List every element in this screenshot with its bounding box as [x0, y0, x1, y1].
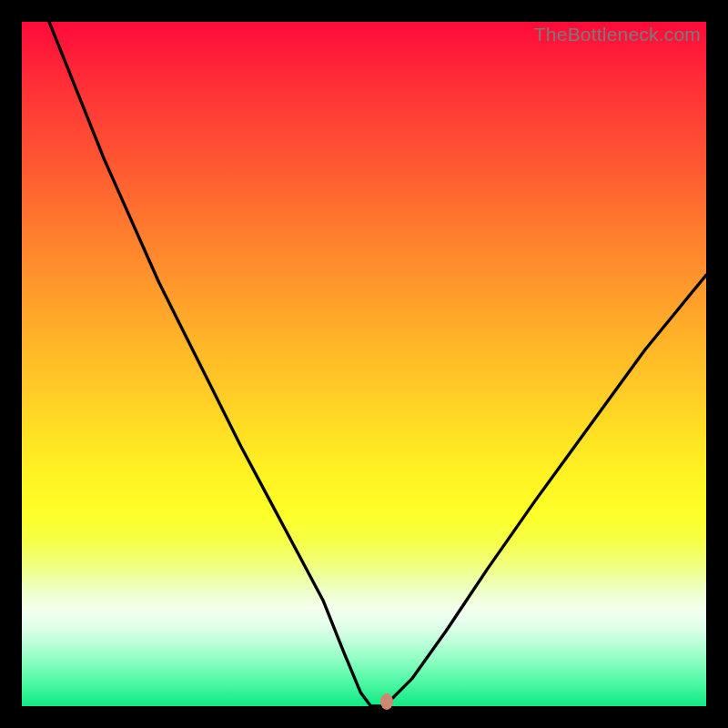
chart-frame: TheBottleneck.com: [0, 0, 728, 728]
optimum-marker: [380, 693, 393, 710]
plot-area: TheBottleneck.com: [22, 22, 706, 706]
bottleneck-curve: [22, 22, 706, 706]
